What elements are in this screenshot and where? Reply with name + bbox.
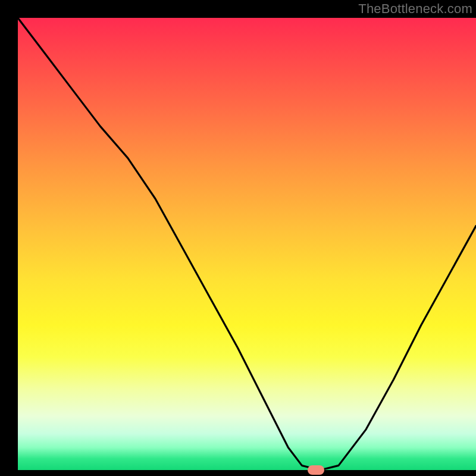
watermark-label: TheBottleneck.com xyxy=(358,1,472,17)
chart-container: TheBottleneck.com xyxy=(0,0,476,476)
optimal-point-marker xyxy=(308,465,324,475)
plot-area xyxy=(18,18,476,470)
bottleneck-curve xyxy=(18,18,476,470)
left-axis-border xyxy=(0,0,18,476)
bottom-axis-border xyxy=(0,470,476,476)
